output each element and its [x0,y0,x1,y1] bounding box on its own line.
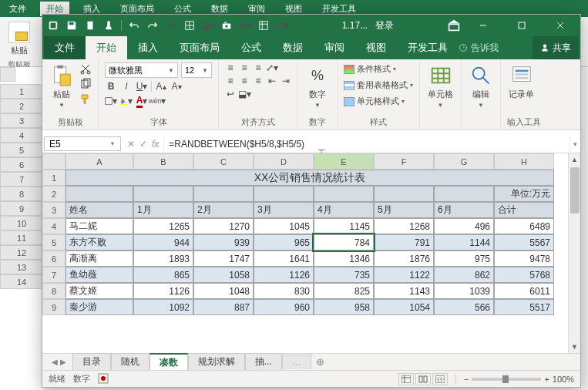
grow-font-icon[interactable]: A▴ [155,80,167,92]
sheet-tab-0[interactable]: 目录 [72,353,111,371]
data-cell[interactable]: 735 [314,267,374,283]
tab-file[interactable]: 文件 [44,36,86,59]
cells-button[interactable]: 单元格 ▼ [426,62,455,110]
cell-styles-button[interactable]: 单元格样式▾ [344,95,413,108]
tab-formula[interactable]: 公式 [230,36,272,59]
bold-icon[interactable]: B [105,80,117,92]
data-cell[interactable]: 830 [254,283,314,299]
qat-save-icon[interactable] [66,19,78,32]
orientation-icon[interactable]: ⤢▾ [267,62,277,73]
qat-undo-icon[interactable] [128,19,140,32]
bg-row-header[interactable]: 4 [0,128,43,143]
row-header[interactable]: 9 [42,299,66,315]
col-header-G[interactable]: G [434,153,494,170]
qat-borders-icon[interactable] [183,19,196,32]
underline-icon[interactable]: U▾ [136,80,148,92]
name-box[interactable]: E5▼ [44,136,121,151]
copy-icon[interactable] [79,78,92,90]
data-cell[interactable]: 791 [374,234,434,250]
sheet-tab-4[interactable]: 抽... [245,353,282,371]
enter-formula-icon[interactable]: ✓ [139,139,147,150]
data-cell[interactable]: 784 [314,234,374,250]
col-header-C[interactable]: C [193,153,254,170]
data-cell[interactable]: 825 [314,283,374,299]
fill-color-icon[interactable]: ▾ [120,95,133,107]
col-header-A[interactable]: A [66,153,133,170]
tab-layout[interactable]: 页面布局 [169,36,230,59]
close-button[interactable] [545,15,576,36]
spreadsheet-grid[interactable]: ABCDEFGH1XX公司销售情况统计表2单位:万元3姓名1月2月3月4月5月6… [42,153,568,315]
data-cell[interactable]: 496 [434,218,494,234]
minimize-button[interactable] [468,15,499,36]
data-cell[interactable]: 975 [434,250,494,267]
indent-dec-icon[interactable]: ⇤ [267,76,277,86]
data-cell[interactable]: 5567 [494,234,554,250]
view-layout-icon[interactable] [415,373,431,385]
data-cell[interactable]: 1268 [374,218,434,234]
share-button[interactable]: 共享 [533,36,579,59]
qat-touch-icon[interactable] [102,19,115,32]
data-cell[interactable]: 1265 [133,218,193,234]
data-cell[interactable]: 1270 [193,218,254,234]
tab-view[interactable]: 视图 [355,36,397,59]
data-cell[interactable]: 865 [133,267,193,283]
tab-developer[interactable]: 开发工具 [397,36,459,59]
col-header-H[interactable]: H [494,153,554,170]
row-header[interactable]: 6 [42,250,66,267]
data-cell[interactable]: 958 [314,299,374,315]
align-top-icon[interactable]: ≡ [225,62,236,73]
row-header[interactable]: 3 [42,202,66,218]
data-cell[interactable]: 1126 [133,283,193,299]
tab-insert[interactable]: 插入 [127,36,169,59]
expand-formula-icon[interactable]: ▾ [570,135,580,153]
view-break-icon[interactable] [432,373,448,385]
row-header[interactable]: 2 [42,186,66,202]
sheet-tab-1[interactable]: 随机 [111,353,150,371]
qat-dot1-icon[interactable]: ◦▾ [165,19,177,32]
bg-row-header[interactable]: 1 [0,84,43,99]
bg-row-header[interactable]: 10 [0,216,43,230]
phonetic-icon[interactable]: wén▾ [151,95,163,107]
align-mid-icon[interactable]: ≡ [239,62,250,73]
sheet-overflow[interactable]: … [282,355,311,369]
qat-select-icon[interactable]: ◲▾ [276,19,288,32]
data-cell[interactable]: 1893 [133,250,193,267]
data-cell[interactable]: 1045 [254,218,314,234]
sheet-nav[interactable]: ◀ ▶ [45,358,72,366]
data-cell[interactable]: 6489 [494,218,554,234]
data-cell[interactable]: 1145 [314,218,374,234]
data-cell[interactable]: 1747 [193,250,254,267]
row-header[interactable]: 1 [42,170,66,186]
sheet-tab-3[interactable]: 规划求解 [188,353,245,371]
zoom-in-icon[interactable]: + [544,375,549,384]
font-color-icon[interactable]: A▾ [136,95,148,107]
data-cell[interactable]: 5517 [494,299,554,315]
indent-inc-icon[interactable]: ⇥ [281,76,291,86]
data-cell[interactable]: 1126 [254,267,314,283]
row-header[interactable]: 8 [42,283,66,299]
data-cell[interactable]: 566 [434,299,494,315]
bg-row-header[interactable]: 14 [0,274,43,289]
font-size-combo[interactable]: 12▼ [181,62,212,78]
qat-app-icon[interactable] [47,19,59,32]
data-cell[interactable]: 1122 [374,267,434,283]
qat-mode-icon[interactable] [84,19,96,32]
status-rec[interactable] [98,373,109,385]
bg-tab-file[interactable]: 文件 [3,2,32,16]
window-login[interactable]: 登录 [375,19,394,32]
align-right-icon[interactable]: ≡ [253,76,264,86]
cut-icon[interactable] [79,62,92,75]
maximize-button[interactable] [506,15,537,36]
number-format-button[interactable]: % 数字 ▼ [304,62,331,110]
row-header[interactable]: 7 [42,267,66,283]
qat-sheet-icon[interactable]: ☰▾ [239,19,251,32]
col-header-B[interactable]: B [133,153,193,170]
zoom-control[interactable]: − + 100% [464,375,574,384]
data-cell[interactable]: 1144 [434,234,494,250]
formula-input[interactable]: =RANDBETWEEN($H5/8,$H5/5) ⌶ [164,135,570,153]
data-cell[interactable]: 1092 [133,299,193,315]
qat-redo-icon[interactable] [146,19,159,32]
data-cell[interactable]: 887 [193,299,254,315]
align-bot-icon[interactable]: ≡ [253,62,264,73]
zoom-value[interactable]: 100% [553,375,574,384]
